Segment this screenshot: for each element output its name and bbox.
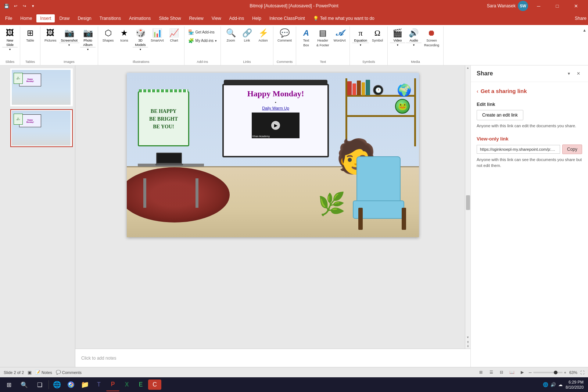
menu-file[interactable]: File bbox=[1, 14, 16, 22]
header-footer-button[interactable]: ▤ Header & Footer bbox=[315, 27, 331, 49]
reading-view-button[interactable]: 📖 bbox=[508, 369, 516, 376]
taskbar-teams[interactable]: T bbox=[92, 378, 105, 391]
share-menu-button[interactable]: Share bbox=[575, 16, 587, 21]
comments-button[interactable]: 💬 Comments bbox=[56, 370, 82, 375]
zoom-out-icon[interactable]: ─ bbox=[529, 370, 532, 375]
create-edit-link-button[interactable]: Create an edit link bbox=[477, 110, 523, 120]
chart-button[interactable]: 📈 Chart bbox=[166, 27, 182, 44]
taskbar-explorer[interactable]: 📁 bbox=[78, 378, 92, 391]
wordart-button[interactable]: 𝒜 WordArt bbox=[332, 27, 348, 44]
menu-review[interactable]: Review bbox=[185, 14, 207, 22]
scroll-up-arrow[interactable]: ▲ bbox=[466, 66, 469, 70]
get-addins-button[interactable]: 🏪 Get Add-ins bbox=[187, 29, 218, 36]
menu-insert[interactable]: Insert bbox=[36, 14, 55, 22]
taskbar-powerpoint[interactable]: P bbox=[106, 378, 119, 391]
warm-up-link[interactable]: Daily Warm Up bbox=[262, 106, 289, 110]
zoom-slider[interactable] bbox=[533, 372, 563, 373]
scroll-nav-down[interactable]: ⬇ bbox=[467, 345, 469, 348]
audio-button[interactable]: 🔊 Audio ▾ bbox=[406, 27, 422, 47]
menu-design[interactable]: Design bbox=[74, 14, 95, 22]
view-link-input[interactable] bbox=[477, 145, 560, 154]
start-button[interactable]: ⊞ bbox=[1, 377, 16, 392]
avatar[interactable]: SW bbox=[518, 1, 528, 11]
menu-transitions[interactable]: Transitions bbox=[96, 14, 125, 22]
menu-draw[interactable]: Draw bbox=[55, 14, 73, 22]
notes-button[interactable]: 📝 Notes bbox=[35, 370, 52, 375]
photo-album-button[interactable]: 📷 Photo Album ▾ bbox=[80, 27, 96, 51]
shapes-button[interactable]: ⬡ Shapes bbox=[100, 27, 116, 44]
copy-link-button[interactable]: Copy bbox=[562, 145, 582, 154]
close-button[interactable]: ✕ bbox=[568, 0, 584, 12]
menu-home[interactable]: Home bbox=[17, 14, 36, 22]
video-arrow[interactable]: ▾ bbox=[390, 43, 405, 47]
text-box-button[interactable]: A Text Box bbox=[298, 27, 314, 49]
slide-canvas[interactable]: BE HAPPY BE BRIGHT BE YOU! Happy Monday!… bbox=[127, 73, 419, 237]
customize-icon[interactable]: ▾ bbox=[30, 3, 36, 9]
menu-slideshow[interactable]: Slide Show bbox=[155, 14, 184, 22]
taskbar-edge[interactable]: 🌐 bbox=[50, 378, 64, 391]
menu-inknoe[interactable]: Inknoe ClassPoint bbox=[266, 14, 309, 22]
search-button[interactable]: 🔍 bbox=[17, 377, 32, 392]
tell-me[interactable]: 💡 Tell me what you want to do bbox=[313, 16, 374, 21]
menu-addins[interactable]: Add-ins bbox=[226, 14, 248, 22]
new-slide-arrow[interactable]: ▾ bbox=[2, 47, 18, 51]
scroll-thumb[interactable] bbox=[466, 195, 470, 210]
smartart-button[interactable]: 📊 SmartArt bbox=[149, 27, 166, 44]
new-slide-button[interactable]: 🖼 New Slide ▾ bbox=[2, 27, 18, 51]
screen-recording-button[interactable]: ⏺ Screen Recording bbox=[422, 27, 441, 49]
slide-scroll-area[interactable]: ▲ ▼ ⬆ ⬇ bbox=[75, 65, 470, 349]
notes-area[interactable]: Click to add notes bbox=[75, 349, 470, 367]
3d-models-button[interactable]: 🎲 3D Models ▾ bbox=[133, 27, 148, 51]
equation-button[interactable]: π Equation ▾ bbox=[352, 27, 369, 47]
zoom-in-icon[interactable]: + bbox=[564, 370, 566, 375]
normal-view-button[interactable]: ⊞ bbox=[477, 369, 485, 376]
icons-button[interactable]: ★ Icons bbox=[116, 27, 132, 44]
taskbar-red-app[interactable]: C bbox=[148, 379, 161, 390]
taskbar-chrome[interactable] bbox=[64, 378, 78, 391]
speaker-icon[interactable]: 🔊 bbox=[551, 382, 556, 387]
menu-animations[interactable]: Animations bbox=[125, 14, 154, 22]
time-display[interactable]: 6:29 PM 8/10/2020 bbox=[566, 379, 584, 390]
minimize-button[interactable]: ─ bbox=[530, 0, 547, 12]
outline-view-button[interactable]: ☰ bbox=[488, 369, 495, 376]
share-panel-dropdown[interactable]: ▾ bbox=[565, 70, 573, 77]
share-panel-close[interactable]: ✕ bbox=[575, 70, 582, 77]
slide-thumb-1[interactable]: HappyMonday! BEHAPPY bbox=[10, 68, 73, 106]
maximize-button[interactable]: □ bbox=[549, 0, 566, 12]
network-icon[interactable]: 🌐 bbox=[543, 382, 548, 387]
zoom-button[interactable]: 🔍 Zoom bbox=[223, 27, 239, 44]
equation-arrow[interactable]: ▾ bbox=[352, 43, 369, 47]
vertical-scrollbar[interactable]: ▲ ▼ ⬆ ⬇ bbox=[465, 65, 470, 349]
my-addins-button[interactable]: 🧩 My Add-ins ▾ bbox=[187, 37, 218, 44]
taskbar-excel[interactable]: X bbox=[120, 378, 133, 391]
pictures-button[interactable]: 🖼 Pictures bbox=[43, 27, 58, 44]
play-button[interactable]: ▶ bbox=[271, 121, 280, 130]
audio-arrow[interactable]: ▾ bbox=[406, 43, 422, 47]
scroll-nav-up[interactable]: ⬆ bbox=[467, 341, 469, 344]
save-icon[interactable]: 💾 bbox=[4, 3, 10, 9]
undo-icon[interactable]: ↩ bbox=[12, 3, 18, 9]
fit-slide-icon[interactable]: ⛶ bbox=[580, 370, 584, 375]
onedrive-icon[interactable]: ☁ bbox=[558, 382, 563, 387]
screenshot-button[interactable]: 📷 Screenshot ▾ bbox=[59, 27, 80, 47]
slide-layout-icon[interactable]: ▣ bbox=[28, 370, 32, 375]
video-embed[interactable]: ▶ Khan Academy bbox=[252, 113, 300, 138]
photo-album-arrow[interactable]: ▾ bbox=[80, 47, 96, 51]
slideshow-button[interactable]: ▶ bbox=[519, 369, 526, 376]
scroll-down-arrow[interactable]: ▼ bbox=[466, 336, 469, 339]
screenshot-arrow[interactable]: ▾ bbox=[59, 43, 80, 47]
video-button[interactable]: 🎬 Video ▾ bbox=[390, 27, 405, 47]
zoom-level[interactable]: 63% bbox=[569, 370, 577, 375]
taskbar-edge-green[interactable]: E bbox=[134, 378, 147, 391]
action-button[interactable]: ⚡ Action bbox=[255, 27, 271, 44]
link-button[interactable]: 🔗 Link bbox=[239, 27, 255, 44]
slide-thumb-2[interactable]: HappyMonday! BEHAPPY bbox=[10, 109, 73, 147]
table-button[interactable]: ⊞ Table bbox=[22, 27, 38, 44]
share-back-row[interactable]: ‹ Get a sharing link bbox=[477, 88, 582, 94]
redo-icon[interactable]: ↪ bbox=[21, 3, 27, 9]
symbol-button[interactable]: Ω Symbol bbox=[370, 27, 385, 44]
task-view-button[interactable]: ❑ bbox=[32, 377, 47, 392]
slide-sorter-button[interactable]: ⊟ bbox=[498, 369, 505, 376]
comment-button[interactable]: 💬 Comment bbox=[276, 27, 294, 44]
3d-models-arrow[interactable]: ▾ bbox=[133, 47, 148, 51]
